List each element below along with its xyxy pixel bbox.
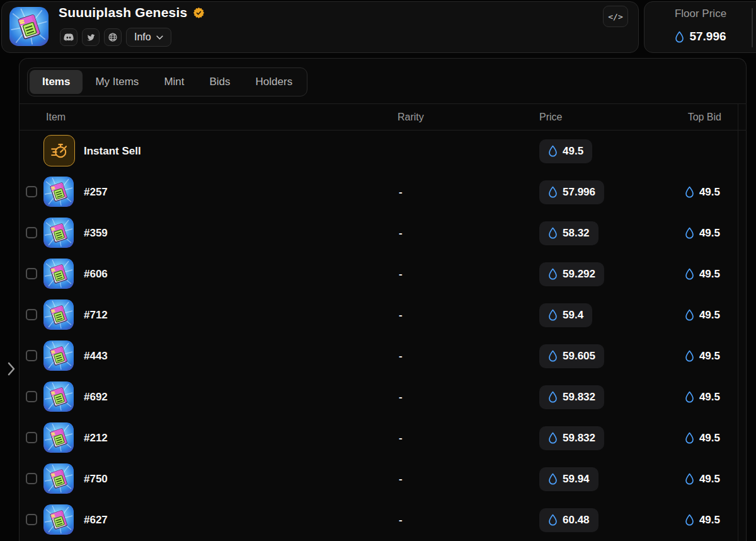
top-bid-value: 49.5 bbox=[685, 432, 720, 445]
row-checkbox[interactable] bbox=[26, 227, 37, 238]
table-body: Instant Sell 49.5 #257 - 57.996 49.5 bbox=[20, 131, 745, 541]
sui-token-icon bbox=[685, 514, 694, 526]
item-name: #692 bbox=[84, 391, 108, 404]
item-price: 59.4 bbox=[563, 309, 583, 322]
row-checkbox[interactable] bbox=[26, 309, 37, 320]
twitter-icon bbox=[86, 33, 96, 42]
sui-token-icon bbox=[685, 227, 694, 239]
tab-bar: Items My Items Mint Bids Holders bbox=[27, 67, 307, 96]
buy-price-button[interactable]: 59.832 bbox=[539, 426, 604, 450]
tab-holders[interactable]: Holders bbox=[243, 70, 306, 94]
sui-token-icon bbox=[685, 391, 694, 403]
row-checkbox[interactable] bbox=[26, 186, 37, 197]
table-row[interactable]: #212 - 59.832 49.5 bbox=[20, 417, 745, 458]
table-row[interactable]: #627 - 60.48 49.5 bbox=[20, 499, 745, 540]
floor-price-value: 57.996 bbox=[689, 30, 726, 44]
tab-bids[interactable]: Bids bbox=[197, 70, 243, 94]
table-row[interactable]: #712 - 59.4 49.5 bbox=[20, 294, 745, 335]
floor-price-value-row: 57.996 bbox=[644, 30, 756, 44]
item-name: #712 bbox=[84, 309, 108, 322]
top-bid-amount: 49.5 bbox=[699, 350, 720, 363]
twitter-button[interactable] bbox=[82, 28, 100, 46]
globe-icon bbox=[108, 32, 118, 42]
item-price: 60.48 bbox=[563, 514, 590, 526]
item-thumbnail bbox=[43, 177, 74, 207]
row-checkbox[interactable] bbox=[26, 432, 37, 443]
table-row[interactable]: #750 - 59.94 49.5 bbox=[20, 458, 745, 499]
tab-my-items[interactable]: My Items bbox=[83, 70, 151, 94]
item-name: #443 bbox=[84, 350, 108, 363]
table-row[interactable]: #359 - 58.32 49.5 bbox=[20, 212, 745, 253]
item-rarity: - bbox=[399, 514, 403, 526]
sui-token-icon bbox=[685, 473, 694, 485]
sui-token-icon bbox=[548, 186, 558, 198]
stats-divider bbox=[752, 8, 753, 47]
top-bid-amount: 49.5 bbox=[699, 309, 720, 322]
sui-token-icon bbox=[548, 309, 558, 321]
sidebar-expand-button[interactable] bbox=[4, 359, 18, 378]
table-row[interactable]: #692 - 59.832 49.5 bbox=[20, 376, 745, 417]
discord-icon bbox=[64, 32, 74, 42]
item-rarity: - bbox=[399, 268, 403, 281]
item-rarity: - bbox=[399, 432, 403, 445]
sui-token-icon bbox=[548, 227, 558, 239]
top-bid-value: 49.5 bbox=[685, 309, 720, 322]
tab-items[interactable]: Items bbox=[30, 70, 83, 94]
buy-price-button[interactable]: 57.996 bbox=[539, 180, 604, 204]
row-checkbox[interactable] bbox=[26, 391, 37, 402]
discord-button[interactable] bbox=[60, 28, 77, 46]
sui-token-icon bbox=[685, 268, 694, 280]
sui-token-icon bbox=[548, 391, 558, 403]
instant-sell-row[interactable]: Instant Sell 49.5 bbox=[20, 131, 745, 172]
buy-price-button[interactable]: 59.292 bbox=[539, 262, 604, 286]
buy-price-button[interactable]: 59.94 bbox=[539, 467, 598, 491]
item-name: #627 bbox=[84, 514, 108, 526]
column-header-top-bid: Top Bid bbox=[688, 104, 721, 130]
item-price: 59.94 bbox=[563, 473, 590, 486]
item-thumbnail bbox=[43, 463, 74, 494]
item-price: 59.832 bbox=[563, 432, 595, 445]
table-row[interactable]: #606 - 59.292 49.5 bbox=[20, 253, 745, 294]
info-dropdown-label: Info bbox=[134, 32, 151, 43]
item-name: #750 bbox=[84, 473, 108, 486]
table-row[interactable]: #257 - 57.996 49.5 bbox=[20, 172, 745, 212]
buy-price-button[interactable]: 60.48 bbox=[539, 508, 598, 532]
collection-avatar bbox=[9, 7, 49, 46]
row-checkbox[interactable] bbox=[26, 350, 37, 361]
row-checkbox[interactable] bbox=[26, 514, 37, 525]
sui-token-icon bbox=[685, 432, 694, 444]
row-checkbox[interactable] bbox=[26, 268, 37, 279]
stopwatch-icon bbox=[50, 141, 69, 160]
tab-mint[interactable]: Mint bbox=[151, 70, 197, 94]
instant-sell-label: Instant Sell bbox=[84, 145, 141, 158]
items-panel: Items My Items Mint Bids Holders Item Ra… bbox=[19, 58, 747, 541]
social-row: Info bbox=[60, 28, 171, 47]
buy-price-button[interactable]: 59.4 bbox=[539, 303, 592, 327]
item-thumbnail bbox=[43, 422, 74, 453]
item-rarity: - bbox=[399, 473, 403, 486]
top-bid-amount: 49.5 bbox=[699, 268, 720, 281]
instant-sell-price-button[interactable]: 49.5 bbox=[539, 139, 592, 163]
item-price: 59.832 bbox=[563, 391, 595, 404]
buy-price-button[interactable]: 59.605 bbox=[539, 344, 604, 368]
row-checkbox[interactable] bbox=[26, 473, 37, 484]
table-row[interactable]: #443 - 59.605 49.5 bbox=[20, 335, 745, 376]
item-rarity: - bbox=[399, 227, 403, 240]
instant-sell-price: 49.5 bbox=[563, 145, 583, 158]
item-thumbnail bbox=[43, 300, 74, 330]
website-button[interactable] bbox=[104, 28, 122, 46]
chevron-down-icon bbox=[156, 35, 163, 40]
top-bid-value: 49.5 bbox=[685, 227, 720, 240]
item-rarity: - bbox=[399, 391, 403, 404]
sui-token-icon bbox=[548, 473, 558, 485]
info-dropdown-button[interactable]: Info bbox=[126, 28, 171, 47]
top-bid-amount: 49.5 bbox=[699, 432, 720, 445]
collection-header-panel: Suuuiplash Genesis bbox=[1, 1, 639, 53]
embed-code-button[interactable]: </> bbox=[603, 6, 628, 27]
sui-token-icon bbox=[685, 186, 694, 198]
app-window: Suuuiplash Genesis bbox=[0, 0, 756, 541]
buy-price-button[interactable]: 58.32 bbox=[539, 221, 598, 245]
buy-price-button[interactable]: 59.832 bbox=[539, 385, 604, 409]
collection-title: Suuuiplash Genesis bbox=[59, 5, 187, 20]
sui-token-icon bbox=[548, 514, 558, 526]
